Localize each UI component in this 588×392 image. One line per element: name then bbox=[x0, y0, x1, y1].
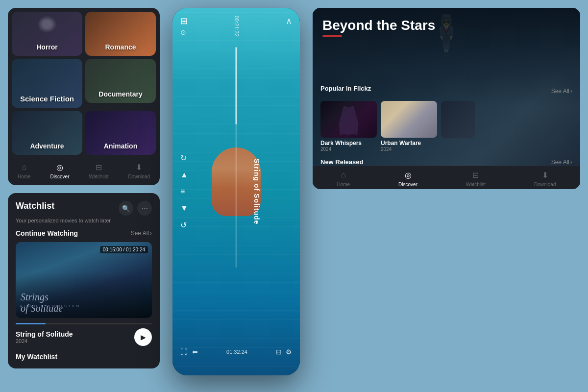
settings-icon[interactable]: ⚙ bbox=[286, 348, 292, 356]
right-home-icon: ⌂ bbox=[339, 170, 348, 180]
player-top-left: ⊞ ⊙ bbox=[180, 16, 188, 36]
new-released-label: New Released bbox=[320, 158, 363, 166]
genre-adventure[interactable]: Adventure bbox=[12, 111, 82, 155]
screen-resize-icon[interactable]: ⊞ bbox=[180, 16, 188, 26]
play-button[interactable]: ▶ bbox=[134, 328, 152, 346]
forward-icon[interactable]: ↻ bbox=[180, 153, 188, 163]
menu-icon[interactable]: ≡ bbox=[180, 187, 188, 196]
nav-watchlist-label: Watchlist bbox=[89, 174, 108, 179]
right-top-card: 🕴 Beyond the Stars Popular in Flickz See… bbox=[313, 8, 580, 189]
fullscreen-icon[interactable]: ⛶ bbox=[180, 348, 187, 356]
new-released-see-all[interactable]: See All › bbox=[551, 159, 572, 166]
right-discover-icon: ◎ bbox=[403, 170, 413, 180]
player-bottom-icons: ⛶ ⬅ bbox=[180, 348, 198, 356]
my-watchlist-title: My Watchlist bbox=[16, 353, 152, 361]
nav-watchlist[interactable]: ⊟ Watchlist bbox=[89, 162, 108, 179]
continue-watching-header: Continue Watching See All › bbox=[16, 229, 152, 237]
progress-fill bbox=[16, 323, 46, 324]
search-button[interactable]: 🔍 bbox=[119, 201, 133, 216]
watchlist-header: Watchlist 🔍 ⋯ bbox=[16, 201, 152, 216]
right-nav-bar: ⌂ Home ◎ Discover ⊟ Watchlist ⬇ Download bbox=[313, 166, 580, 189]
genre-documentary-label: Documentary bbox=[98, 90, 142, 98]
popular-see-all[interactable]: See All › bbox=[551, 88, 572, 95]
nav-home-label: Home bbox=[18, 174, 31, 179]
genres-nav-bar: ⌂ Home ◎ Discover ⊟ Watchlist ⬇ Download bbox=[8, 157, 160, 181]
genre-scifi[interactable]: Science Fiction bbox=[12, 59, 82, 108]
thumb-bg: 00:15:00 / 01:20:24 Stringsof Solitude A… bbox=[16, 242, 152, 318]
back-icon[interactable]: ⬅ bbox=[192, 348, 198, 356]
skip-prev-icon[interactable]: ▲ bbox=[180, 171, 188, 179]
genre-documentary[interactable]: Documentary bbox=[85, 59, 156, 103]
watchlist-title-block: Watchlist bbox=[16, 201, 54, 211]
movie-info-title: String of Solitude bbox=[16, 330, 73, 338]
nav-discover[interactable]: ◎ Discover bbox=[50, 162, 70, 179]
middle-panel: ⊞ ⊙ 00:21:32 ∧ ↻ ▲ ≡ ▼ bbox=[168, 8, 305, 375]
nav-download-label: Download bbox=[128, 174, 150, 179]
right-nav-discover-label: Discover bbox=[398, 182, 417, 187]
popular-item-3[interactable] bbox=[441, 101, 475, 152]
nav-home[interactable]: ⌂ Home bbox=[18, 162, 31, 179]
discover-icon: ◎ bbox=[55, 162, 65, 172]
right-panel: 🕴 Beyond the Stars Popular in Flickz See… bbox=[313, 8, 580, 197]
shadow-hand-bg bbox=[320, 101, 377, 138]
watchlist-title: Watchlist bbox=[16, 201, 54, 211]
skip-next-icon[interactable]: ▼ bbox=[180, 204, 188, 213]
popular-title-2: Urban Warfare bbox=[381, 140, 437, 147]
watchlist-actions: 🔍 ⋯ bbox=[119, 201, 152, 216]
app-layout: Horror Romance Science Fiction Documenta… bbox=[0, 0, 588, 392]
genre-romance-label: Romance bbox=[105, 43, 136, 51]
genre-romance[interactable]: Romance bbox=[85, 12, 156, 56]
chevron-up-icon[interactable]: ∧ bbox=[286, 16, 292, 26]
movie-info-text: String of Solitude 2024 bbox=[16, 330, 73, 344]
thumb-script-title: Stringsof Solitude bbox=[21, 292, 63, 314]
player-timestamp-bottom: 01:32:24 bbox=[226, 349, 247, 355]
genre-scifi-label: Science Fiction bbox=[20, 95, 74, 103]
player-timestamp-top: 00:21:32 bbox=[234, 16, 240, 37]
player-top-bar: ⊞ ⊙ 00:21:32 ∧ bbox=[172, 16, 300, 39]
right-nav-download[interactable]: ⬇ Download bbox=[534, 170, 556, 187]
right-nav-watchlist-label: Watchlist bbox=[466, 182, 486, 187]
genres-card: Horror Romance Science Fiction Documenta… bbox=[8, 8, 160, 185]
popular-thumb-1 bbox=[320, 101, 377, 138]
progress-bar bbox=[16, 323, 152, 324]
right-nav-discover[interactable]: ◎ Discover bbox=[398, 170, 417, 187]
nav-download[interactable]: ⬇ Download bbox=[128, 162, 150, 179]
genre-horror-label: Horror bbox=[36, 43, 58, 51]
nav-discover-label: Discover bbox=[50, 174, 70, 179]
player-background: ⊞ ⊙ 00:21:32 ∧ ↻ ▲ ≡ ▼ bbox=[172, 8, 300, 375]
home-icon: ⌂ bbox=[19, 162, 29, 172]
popular-header: Popular in Flickz See All › bbox=[320, 85, 572, 97]
player-right-icons: ⊟ ⚙ bbox=[276, 348, 292, 356]
popular-thumbs: Dark Whispers 2024 Urban Warfare 2024 bbox=[320, 101, 572, 152]
popular-item-1[interactable]: Dark Whispers 2024 bbox=[320, 101, 377, 152]
watchlist-icon: ⊟ bbox=[94, 162, 103, 172]
popular-year-1: 2024 bbox=[320, 147, 377, 152]
watchlist-card: Watchlist 🔍 ⋯ Your personalized movies t… bbox=[8, 193, 160, 368]
popular-section: Popular in Flickz See All › Dark Whisper… bbox=[313, 85, 580, 155]
continue-watching-thumb[interactable]: 00:15:00 / 01:20:24 Stringsof Solitude A… bbox=[16, 242, 152, 318]
genre-adventure-label: Adventure bbox=[30, 142, 64, 150]
movie-info-row: String of Solitude 2024 ▶ bbox=[16, 328, 152, 346]
right-nav-watchlist[interactable]: ⊟ Watchlist bbox=[466, 170, 486, 187]
portrait-bg bbox=[381, 101, 437, 138]
subtitle-icon[interactable]: ⊟ bbox=[276, 348, 282, 356]
player-seek-bar[interactable] bbox=[236, 47, 237, 268]
genre-horror[interactable]: Horror bbox=[12, 12, 82, 56]
genre-animation[interactable]: Animation bbox=[85, 111, 156, 155]
cast-icon[interactable]: ⊙ bbox=[180, 28, 186, 36]
more-options-button[interactable]: ⋯ bbox=[137, 201, 152, 216]
popular-thumb-3 bbox=[441, 101, 475, 138]
player-seek-fill bbox=[236, 47, 237, 124]
rewind-icon[interactable]: ↺ bbox=[180, 220, 188, 230]
popular-item-2[interactable]: Urban Warfare 2024 bbox=[381, 101, 437, 152]
right-nav-home[interactable]: ⌂ Home bbox=[337, 170, 350, 187]
partial-thumb-bg bbox=[441, 101, 475, 138]
thumb-timestamp: 00:15:00 / 01:20:24 bbox=[100, 246, 148, 253]
movie-info-year: 2024 bbox=[16, 338, 73, 344]
hero-background: 🕴 Beyond the Stars Popular in Flickz See… bbox=[313, 8, 580, 189]
hero-accent-line bbox=[322, 35, 342, 37]
continue-watching-see-all[interactable]: See All › bbox=[131, 230, 152, 237]
genre-animation-label: Animation bbox=[104, 142, 137, 150]
popular-year-2: 2024 bbox=[381, 147, 437, 152]
watchlist-subtitle: Your personalized movies to watch later bbox=[16, 218, 152, 223]
